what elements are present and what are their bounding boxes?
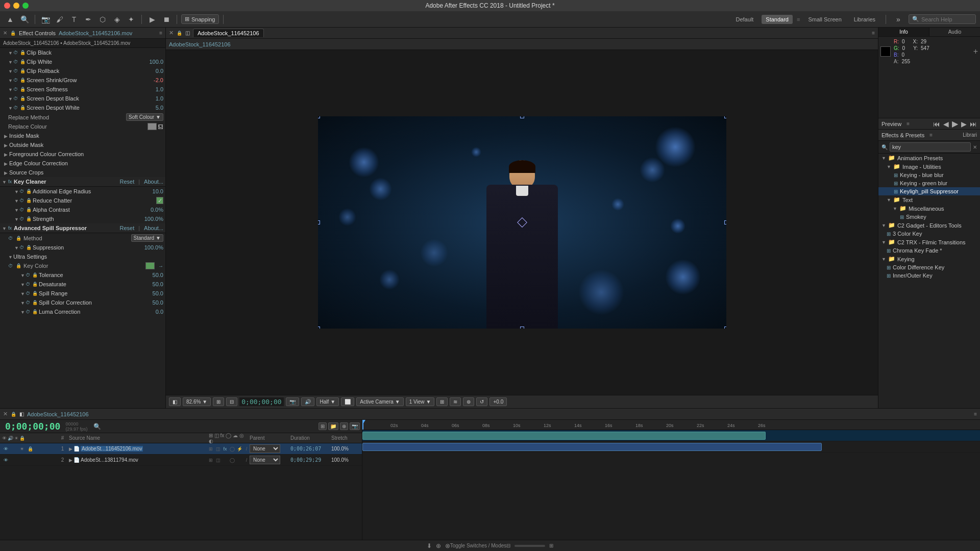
edge-colour-tri[interactable] — [4, 161, 8, 165]
snapping-control[interactable]: ⊞ Snapping — [181, 14, 219, 24]
layer-1-eye[interactable]: 👁 — [2, 445, 9, 453]
layer-row-1[interactable]: 👁 ☀ 🔒 1 ▶ 📄 AdobeSt...116452106.mov ⊞ ◫ … — [0, 443, 362, 455]
track-row-2[interactable] — [362, 441, 980, 453]
ultra-settings-row[interactable]: Ultra Settings — [0, 252, 165, 261]
preview-next-frame[interactable]: ▶ — [961, 120, 967, 128]
track-clip-1[interactable] — [362, 432, 766, 440]
smokey-item[interactable]: ⊞ Smokey — [878, 213, 980, 221]
reduce-chatter-tri[interactable] — [14, 198, 18, 203]
text-tool[interactable]: T — [68, 13, 80, 26]
key-cleaner-tri[interactable] — [2, 180, 6, 184]
layer-2-parent-select[interactable]: None — [250, 456, 280, 464]
add-edge-radius-tri[interactable] — [14, 189, 18, 193]
chroma-key-fade-item[interactable]: ⊞ Chroma Key Fade * — [878, 246, 980, 255]
layer-2-motion-switch[interactable]: / — [243, 457, 250, 463]
fg-colour-tri[interactable] — [4, 152, 8, 156]
replace-colour-swatch[interactable] — [148, 123, 157, 130]
screen-despot-black-tri[interactable] — [8, 96, 12, 101]
workspace-standard[interactable]: Standard — [762, 15, 793, 24]
layer-2-switch-2[interactable]: ◫ — [215, 457, 221, 463]
panel-close-btn[interactable]: ✕ — [3, 30, 7, 36]
layer-2-solo[interactable] — [18, 457, 26, 464]
spill-color-tri[interactable] — [20, 300, 24, 305]
workspace-default[interactable]: Default — [731, 15, 757, 24]
replace-method-dropdown[interactable]: Soft Colour ▼ — [126, 113, 163, 121]
source-crops-tri[interactable] — [4, 170, 8, 174]
comp-timecode[interactable]: 0;00;00;00 — [239, 397, 283, 406]
key-color-swatch[interactable] — [145, 262, 155, 269]
info-tab[interactable]: Info — [878, 28, 929, 36]
comp-canvas[interactable] — [318, 116, 726, 329]
maximize-button[interactable] — [22, 3, 29, 9]
comp-close[interactable]: ✕ — [169, 30, 174, 36]
transparency-btn[interactable]: ⬜ — [341, 397, 354, 406]
play-btn[interactable]: ▶ — [146, 13, 158, 26]
safe-zones-btn[interactable]: ⊟ — [226, 397, 237, 406]
layer-2-switch-1[interactable]: ⊞ — [208, 457, 214, 463]
outside-mask-row[interactable]: Outside Mask — [0, 140, 165, 149]
effects-search-clear[interactable]: ✕ — [973, 144, 977, 150]
screen-shrink-tri[interactable] — [8, 78, 12, 82]
add-edge-radius-row[interactable]: ⏱ 🔒 Additional Edge Radius 10.0 — [0, 187, 165, 196]
timeline-footer-icon-2[interactable]: ⊕ — [436, 542, 441, 549]
timeline-search-icon[interactable]: 🔍 — [93, 423, 101, 430]
panel-menu-btn[interactable]: ≡ — [159, 30, 162, 36]
render-btn[interactable]: ◧ — [169, 397, 181, 406]
layer-2-fx-switch[interactable] — [222, 457, 228, 463]
select-tool[interactable]: ▲ — [4, 13, 16, 26]
layer-2-eye[interactable]: 👁 — [2, 457, 9, 464]
aspect-btn[interactable]: ⊞ — [213, 397, 224, 406]
suppression-tri[interactable] — [14, 245, 18, 249]
quality-btn[interactable]: Half ▼ — [316, 397, 339, 406]
layer-folder-btn[interactable]: 📁 — [328, 422, 338, 430]
ultra-settings-tri[interactable] — [8, 255, 12, 259]
screen-softness-row[interactable]: ⏱ 🔒 Screen Softness 1.0 — [0, 85, 165, 94]
timeline-footer-zoom-in[interactable]: ⊞ — [549, 543, 553, 548]
libraries-tab-btn[interactable]: Librari — [963, 132, 977, 138]
clip-rollback-row[interactable]: ⏱ 🔒 Clip Rollback 0.0 — [0, 66, 165, 76]
mask-tool[interactable]: ◈ — [111, 13, 123, 26]
grid-btn[interactable]: ⊞ — [436, 397, 448, 406]
screen-despot-white-row[interactable]: ⏱ 🔒 Screen Despot White 5.0 — [0, 103, 165, 112]
add-icon[interactable]: + — [973, 47, 978, 56]
alpha-contrast-tri[interactable] — [14, 208, 18, 212]
reduce-chatter-row[interactable]: ⏱ 🔒 Reduce Chatter ✓ — [0, 196, 165, 205]
animation-presets-group[interactable]: ▼ 📁 Animation Presets — [878, 154, 980, 162]
layer-new-btn[interactable]: ⊞ — [318, 422, 327, 430]
adv-spill-reset[interactable]: Reset — [119, 225, 134, 231]
motion-blur-btn[interactable]: ≋ — [450, 397, 461, 406]
close-button[interactable] — [4, 3, 10, 9]
render-queue-btn[interactable]: ⊛ — [463, 397, 474, 406]
fg-colour-row[interactable]: Foreground Colour Correction — [0, 149, 165, 159]
source-crops-row[interactable]: Source Crops — [0, 168, 165, 177]
camera-view-btn[interactable]: Active Camera ▼ — [356, 397, 403, 406]
workspace-libraries[interactable]: Libraries — [850, 15, 879, 24]
comp-menu-btn[interactable]: ≡ — [872, 30, 875, 36]
color-diff-key-item[interactable]: ⊞ Color Difference Key — [878, 263, 980, 271]
search-help-box[interactable]: 🔍 — [909, 14, 976, 24]
adv-spill-about[interactable]: About... — [144, 225, 163, 231]
timeline-playhead[interactable] — [362, 420, 363, 430]
track-clip-2[interactable] — [362, 443, 822, 451]
misc-group[interactable]: ▼ 📁 Miscellaneous — [878, 204, 980, 213]
layer-1-solo[interactable]: ☀ — [18, 445, 26, 453]
layer-row-2[interactable]: 👁 2 ▶ 📄 AdobeSt...13811794.mov ⊞ ◫ ◯ — [0, 455, 362, 466]
layer-1-motion-switch[interactable]: / — [243, 446, 250, 452]
key-color-eyedropper[interactable]: → — [158, 263, 163, 269]
timeline-footer-icon-3[interactable]: ⊗ — [445, 542, 450, 549]
key-cleaner-about[interactable]: About... — [144, 179, 163, 185]
screen-despot-white-tri[interactable] — [8, 106, 12, 110]
shape-tool[interactable]: ⬡ — [96, 13, 109, 26]
layer-1-expand[interactable]: ▶ — [69, 446, 72, 452]
inner-outer-key-item[interactable]: ⊞ Inner/Outer Key — [878, 271, 980, 280]
layer-1-audio[interactable] — [10, 445, 17, 453]
clip-black-row[interactable]: ⏱ 🔒 Clip Black — [0, 48, 165, 57]
effects-presets-menu[interactable]: ≡ — [929, 132, 933, 138]
three-color-key-item[interactable]: ⊞ 3 Color Key — [878, 230, 980, 238]
layer-1-parent-select[interactable]: None — [250, 444, 280, 453]
pen-tool[interactable]: ✒ — [82, 13, 94, 26]
timeline-close[interactable]: ✕ — [3, 411, 8, 417]
audio-tab[interactable]: Audio — [929, 28, 980, 36]
layer-2-lock[interactable] — [27, 457, 34, 464]
preview-menu[interactable]: ≡ — [906, 121, 910, 127]
